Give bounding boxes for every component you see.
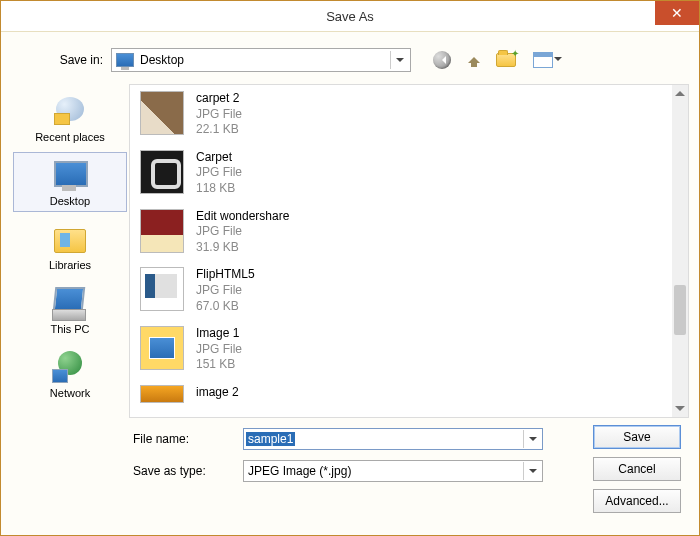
places-sidebar: Recent places Desktop Libraries This PC … — [11, 84, 129, 418]
view-icon — [533, 52, 553, 68]
file-name: Image 1 — [196, 326, 242, 342]
sidebar-item-label: Libraries — [49, 259, 91, 271]
list-item[interactable]: image 2 — [130, 379, 672, 409]
network-icon — [50, 351, 90, 385]
chevron-down-icon — [523, 462, 541, 480]
file-type: JPG File — [196, 224, 289, 240]
file-type: JPG File — [196, 283, 255, 299]
file-type: JPG File — [196, 342, 242, 358]
list-item[interactable]: Carpet JPG File 118 KB — [130, 144, 672, 203]
back-button[interactable] — [431, 49, 453, 71]
button-label: Save — [623, 430, 650, 444]
file-size: 22.1 KB — [196, 122, 242, 138]
sidebar-item-recent-places[interactable]: Recent places — [13, 88, 127, 148]
sidebar-item-label: Network — [50, 387, 90, 399]
file-size: 67.0 KB — [196, 299, 255, 315]
file-name: Carpet — [196, 150, 242, 166]
list-item[interactable]: Edit wondershare JPG File 31.9 KB — [130, 203, 672, 262]
file-type: JPG File — [196, 107, 242, 123]
sidebar-item-label: This PC — [50, 323, 89, 335]
save-in-label: Save in: — [43, 53, 103, 67]
close-icon: ✕ — [671, 5, 683, 21]
save-in-value: Desktop — [140, 53, 184, 67]
chevron-down-icon — [390, 51, 408, 69]
sidebar-item-network[interactable]: Network — [13, 344, 127, 404]
file-thumbnail-icon — [140, 326, 184, 370]
file-meta: image 2 — [196, 385, 239, 401]
up-one-level-button[interactable] — [463, 49, 485, 71]
file-name: carpet 2 — [196, 91, 242, 107]
chevron-down-icon — [523, 430, 541, 448]
file-list-pane: carpet 2 JPG File 22.1 KB Carpet JPG Fil… — [129, 84, 689, 418]
desktop-icon — [50, 159, 90, 193]
file-thumbnail-icon — [140, 91, 184, 135]
savetype-label: Save as type: — [133, 464, 233, 478]
desktop-icon — [116, 53, 134, 67]
list-item[interactable]: FlipHTML5 JPG File 67.0 KB — [130, 261, 672, 320]
filename-label: File name: — [133, 432, 233, 446]
this-pc-icon — [50, 287, 90, 321]
cancel-button[interactable]: Cancel — [593, 457, 681, 481]
advanced-button[interactable]: Advanced... — [593, 489, 681, 513]
file-thumbnail-icon — [140, 385, 184, 403]
file-thumbnail-icon — [140, 267, 184, 311]
file-meta: carpet 2 JPG File 22.1 KB — [196, 91, 242, 138]
savetype-value: JPEG Image (*.jpg) — [248, 464, 351, 478]
scroll-up-button[interactable] — [672, 85, 688, 101]
sidebar-item-desktop[interactable]: Desktop — [13, 152, 127, 212]
libraries-icon — [50, 223, 90, 257]
dialog-content: Save in: Desktop — [1, 31, 699, 535]
back-icon — [433, 51, 451, 69]
new-folder-icon — [496, 53, 516, 67]
action-buttons: Save Cancel Advanced... — [593, 425, 681, 513]
save-in-row: Save in: Desktop — [11, 38, 689, 80]
titlebar: Save As ✕ — [1, 1, 699, 31]
scrollbar-thumb[interactable] — [674, 285, 686, 335]
save-button[interactable]: Save — [593, 425, 681, 449]
up-folder-icon — [466, 51, 482, 69]
file-list[interactable]: carpet 2 JPG File 22.1 KB Carpet JPG Fil… — [130, 85, 672, 417]
list-item[interactable]: Image 1 JPG File 151 KB — [130, 320, 672, 379]
filename-value: sample1 — [246, 432, 295, 446]
bottom-form: File name: sample1 Save as type: JPEG Im… — [11, 428, 689, 482]
file-size: 151 KB — [196, 357, 242, 373]
view-menu-button[interactable] — [527, 49, 559, 71]
close-button[interactable]: ✕ — [655, 1, 699, 25]
file-thumbnail-icon — [140, 150, 184, 194]
file-type: JPG File — [196, 165, 242, 181]
new-folder-button[interactable] — [495, 49, 517, 71]
file-name: Edit wondershare — [196, 209, 289, 225]
button-label: Cancel — [618, 462, 655, 476]
window-title: Save As — [326, 9, 374, 24]
file-meta: Edit wondershare JPG File 31.9 KB — [196, 209, 289, 256]
recent-places-icon — [50, 95, 90, 129]
main-area: Recent places Desktop Libraries This PC … — [11, 84, 689, 418]
file-meta: FlipHTML5 JPG File 67.0 KB — [196, 267, 255, 314]
scrollbar[interactable] — [672, 85, 688, 417]
file-size: 31.9 KB — [196, 240, 289, 256]
file-meta: Image 1 JPG File 151 KB — [196, 326, 242, 373]
scroll-down-button[interactable] — [672, 401, 688, 417]
savetype-dropdown[interactable]: JPEG Image (*.jpg) — [243, 460, 543, 482]
sidebar-item-label: Desktop — [50, 195, 90, 207]
filename-input[interactable]: sample1 — [243, 428, 543, 450]
file-meta: Carpet JPG File 118 KB — [196, 150, 242, 197]
sidebar-item-libraries[interactable]: Libraries — [13, 216, 127, 276]
file-name: image 2 — [196, 385, 239, 401]
save-as-dialog: Save As ✕ Save in: Desktop — [0, 0, 700, 536]
button-label: Advanced... — [605, 494, 668, 508]
file-size: 118 KB — [196, 181, 242, 197]
file-name: FlipHTML5 — [196, 267, 255, 283]
sidebar-item-label: Recent places — [35, 131, 105, 143]
list-item[interactable]: carpet 2 JPG File 22.1 KB — [130, 85, 672, 144]
sidebar-item-this-pc[interactable]: This PC — [13, 280, 127, 340]
file-thumbnail-icon — [140, 209, 184, 253]
save-in-dropdown[interactable]: Desktop — [111, 48, 411, 72]
nav-toolbar — [419, 49, 559, 71]
